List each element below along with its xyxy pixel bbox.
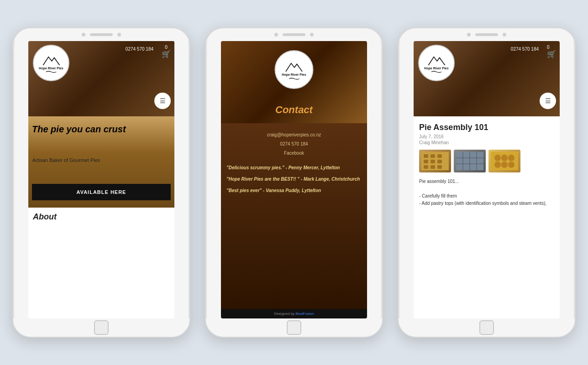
phones-container: Hope River Pies 0274 570 184 0 🛒 ☰ The p… — [3, 9, 585, 356]
p2-footer-text: Designed by — [274, 312, 294, 316]
logo-mountain-icon-2 — [284, 59, 304, 73]
testimonial-3: "Best pies ever" - Vanessa Puddy, Lyttel… — [226, 187, 362, 194]
svg-point-17 — [494, 155, 501, 161]
front-camera-2 — [274, 33, 278, 36]
p2-body: craig@hoperiverpies.co.nz 0274 570 184 F… — [221, 123, 367, 309]
logo-mountain-icon-1 — [41, 53, 62, 67]
testimonial-1: "Delicious scrummy pies." - Penny Mercer… — [226, 164, 362, 171]
p3-thumb-2[interactable] — [454, 150, 486, 172]
phone-1: Hope River Pies 0274 570 184 0 🛒 ☰ The p… — [12, 27, 190, 338]
speaker-2 — [283, 33, 305, 36]
svg-point-19 — [508, 155, 514, 161]
p1-about-label: About — [28, 208, 174, 226]
p3-post-author: Craig Minehan — [419, 140, 554, 145]
home-button-3[interactable] — [479, 320, 494, 335]
cart-icon-3: 🛒 — [547, 50, 556, 58]
screen-2: Hope River Pies Contact craig@hoperiverp… — [221, 41, 367, 318]
svg-point-21 — [501, 162, 508, 168]
p2-phone: 0274 570 184 — [226, 140, 362, 149]
phone-bottom-bar-3 — [399, 318, 575, 337]
p3-body-content: - Carefully fill them- Add pastry tops (… — [419, 193, 546, 206]
svg-rect-3 — [437, 154, 442, 158]
p3-phone-num: 0274 570 184 — [511, 47, 539, 52]
p1-cta-button[interactable]: AVAILABLE HERE — [32, 184, 171, 200]
p2-footer-link[interactable]: BlueFusion — [295, 312, 314, 316]
p1-hero-headline: The pie you can crust — [32, 124, 126, 135]
logo-text-2: Hope River Pies — [282, 73, 306, 77]
p2-header: Hope River Pies Contact — [221, 41, 367, 123]
p1-hero: The pie you can crust Artisan Baker of G… — [28, 116, 174, 208]
home-button-1[interactable] — [94, 320, 109, 335]
svg-rect-2 — [430, 154, 435, 158]
logo-mountain-icon-3 — [426, 53, 447, 67]
p3-menu-btn[interactable]: ☰ — [540, 93, 556, 109]
p3-images — [419, 150, 554, 172]
cart-count-3: 0 — [547, 45, 556, 50]
logo-swash-3 — [428, 71, 445, 73]
thumb-img-1 — [419, 150, 451, 172]
cart-icon-1: 🛒 — [162, 50, 171, 58]
logo-swash-2 — [285, 78, 303, 80]
phone-top-bar-2 — [206, 28, 382, 41]
screen-1: Hope River Pies 0274 570 184 0 🛒 ☰ The p… — [28, 41, 174, 318]
svg-point-20 — [494, 162, 501, 168]
sensor-2 — [310, 33, 314, 36]
p1-menu-btn[interactable]: ☰ — [154, 93, 171, 109]
home-button-2[interactable] — [287, 320, 301, 335]
logo-text-3: Hope River Pies — [424, 67, 448, 70]
speaker-3 — [475, 33, 498, 36]
svg-rect-5 — [430, 160, 435, 163]
phone-bottom-bar-1 — [13, 318, 189, 337]
p3-summary: Pie assembly 101... — [419, 179, 459, 184]
phone-2: Hope River Pies Contact craig@hoperiverp… — [205, 27, 383, 338]
sensor-3 — [503, 33, 506, 36]
phone-3: Hope River Pies 0274 570 184 0 🛒 ☰ Pie A… — [398, 27, 576, 338]
p2-footer: Designed by BlueFusion — [221, 309, 367, 318]
sensor-1 — [117, 33, 121, 36]
svg-rect-8 — [430, 165, 435, 169]
p3-cart[interactable]: 0 🛒 — [547, 45, 556, 58]
p1-hero-sub: Artisan Baker of Gourmet Pies — [32, 157, 100, 163]
phone-top-bar-3 — [399, 28, 575, 41]
phone-bottom-bar-2 — [206, 318, 382, 337]
front-camera-3 — [467, 33, 471, 36]
svg-rect-4 — [424, 160, 428, 163]
p1-header: Hope River Pies 0274 570 184 0 🛒 ☰ — [28, 41, 174, 116]
svg-point-22 — [508, 162, 514, 168]
svg-rect-1 — [424, 154, 428, 158]
p3-body: Pie Assembly 101 July 7, 2016 Craig Mine… — [414, 116, 560, 318]
speaker-1 — [90, 33, 113, 36]
screen-3: Hope River Pies 0274 570 184 0 🛒 ☰ Pie A… — [414, 41, 560, 318]
svg-rect-7 — [424, 165, 428, 169]
p2-email[interactable]: craig@hoperiverpies.co.nz — [226, 130, 362, 140]
p2-social[interactable]: Facebook — [226, 149, 362, 158]
thumb-img-3 — [488, 150, 520, 172]
thumb-img-2 — [454, 150, 486, 172]
p1-cart[interactable]: 0 🛒 — [162, 45, 171, 58]
p1-phone-num: 0274 570 184 — [126, 47, 153, 52]
p3-post-title: Pie Assembly 101 — [419, 123, 554, 132]
front-camera-1 — [82, 33, 85, 36]
p3-header: Hope River Pies 0274 570 184 0 🛒 ☰ — [414, 41, 560, 116]
svg-rect-9 — [437, 165, 442, 169]
svg-point-18 — [501, 155, 508, 161]
p3-thumb-3[interactable] — [488, 150, 520, 172]
cart-count-1: 0 — [162, 45, 171, 50]
p2-logo: Hope River Pies — [275, 50, 314, 89]
p3-post-date: July 7, 2016 — [419, 134, 554, 139]
logo-swash-1 — [42, 71, 60, 73]
logo-text-1: Hope River Pies — [39, 67, 63, 70]
p3-thumb-1[interactable] — [419, 150, 451, 172]
testimonial-2: "Hope River Pies are the BEST!! " - Mark… — [226, 176, 362, 182]
p2-contact-info: craig@hoperiverpies.co.nz 0274 570 184 F… — [226, 130, 362, 158]
p1-logo: Hope River Pies — [33, 45, 69, 81]
phone-top-bar-1 — [13, 28, 189, 41]
p3-logo: Hope River Pies — [418, 45, 455, 81]
p3-content: Pie assembly 101... - Carefully fill the… — [419, 178, 554, 207]
p2-contact-title: Contact — [221, 104, 367, 116]
svg-rect-6 — [437, 160, 442, 163]
